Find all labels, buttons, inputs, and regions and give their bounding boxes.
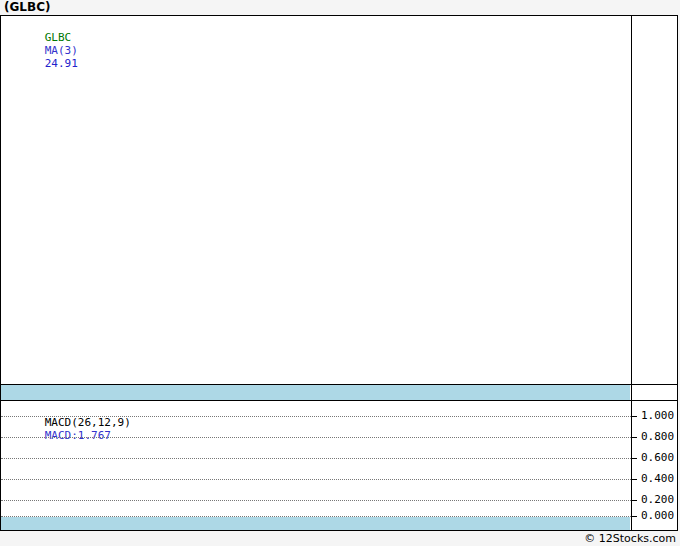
chart-frame: GLBC MA(3) 24.91 MACD(26,12,9) MACD:1.76… <box>0 15 678 531</box>
legend-ma-label: MA(3) <box>45 44 78 57</box>
axis-tick-label: 0.600 <box>641 451 674 464</box>
copyright-link[interactable]: © 12Stocks.com <box>584 532 676 546</box>
axis-tick <box>632 479 637 480</box>
page-title: (GLBC) <box>4 0 50 15</box>
macd-gridline <box>1 458 631 459</box>
macd-legend: MACD(26,12,9) MACD:1.767 <box>5 403 143 416</box>
stock-chart-page: (GLBC) GLBC MA(3) 24.91 MACD(26,12,9) MA… <box>0 0 680 546</box>
axis-tick-label: 0.000 <box>641 509 674 522</box>
axis-divider-line <box>631 16 632 530</box>
axis-tick <box>632 437 637 438</box>
macd-indicator-label: MACD(26,12,9) <box>45 416 131 429</box>
macd-gridline <box>1 500 631 501</box>
bottom-band <box>1 517 630 530</box>
legend-symbol: GLBC <box>45 31 72 44</box>
axis-tick <box>632 458 637 459</box>
axis-tick <box>632 500 637 501</box>
axis-tick-label: 1.000 <box>641 409 674 422</box>
footer: © 12Stocks.com <box>0 531 680 546</box>
macd-gridline <box>1 437 631 438</box>
legend-ma-value: 24.91 <box>45 57 78 70</box>
axis-tick-label: 0.400 <box>641 472 674 485</box>
axis-tick <box>632 416 637 417</box>
separator-band <box>1 385 630 400</box>
price-legend: GLBC MA(3) 24.91 <box>5 18 91 31</box>
macd-gridline <box>1 479 631 480</box>
macd-gridline <box>1 416 631 417</box>
axis-tick <box>632 516 637 517</box>
macd-indicator-value: MACD:1.767 <box>45 429 111 442</box>
axis-tick-label: 0.800 <box>641 430 674 443</box>
axis-tick-label: 0.200 <box>641 493 674 506</box>
separator-line-bottom <box>1 400 677 401</box>
